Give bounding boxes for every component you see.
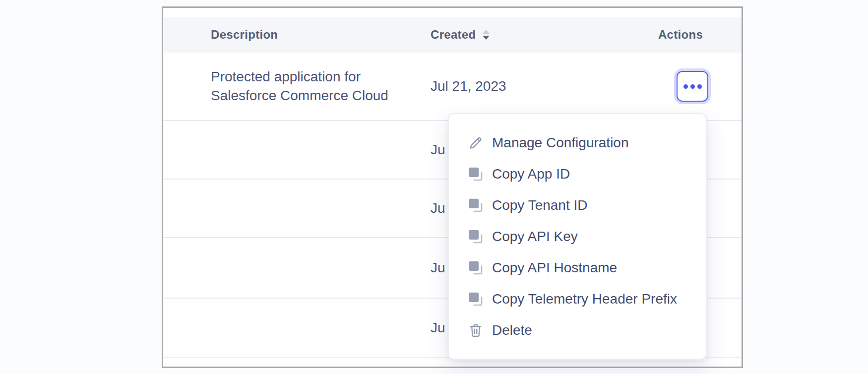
menu-item-label: Copy API Hostname: [492, 260, 617, 276]
column-header-created-label: Created: [431, 28, 476, 42]
menu-item-copy-api-key[interactable]: Copy API Key: [449, 221, 706, 252]
menu-item-label: Manage Configuration: [492, 135, 629, 151]
sort-asc-caret-icon: [483, 30, 490, 34]
sort-desc-caret-icon: [483, 36, 490, 40]
column-header-created[interactable]: Created: [431, 28, 620, 42]
menu-item-copy-telemetry-header-prefix[interactable]: Copy Telemetry Header Prefix: [449, 283, 706, 314]
copy-icon: [468, 166, 484, 182]
table-row: Protected application for Salesforce Com…: [163, 53, 742, 121]
row-description: Protected application for Salesforce Com…: [211, 67, 394, 105]
menu-item-manage-configuration[interactable]: Manage Configuration: [449, 127, 706, 158]
menu-item-label: Copy App ID: [492, 166, 570, 182]
column-header-actions: Actions: [620, 28, 742, 42]
menu-item-label: Copy API Key: [492, 229, 578, 245]
row-created-date: Jul 21, 2023: [431, 78, 620, 94]
actions-dropdown-menu: Manage Configuration Copy App ID Copy Te…: [448, 113, 707, 360]
copy-icon: [468, 291, 484, 307]
copy-icon: [468, 197, 484, 213]
menu-item-label: Copy Tenant ID: [492, 197, 588, 213]
table-header-row: Description Created Actions: [163, 17, 742, 53]
applications-table-card: Description Created Actions Protected ap…: [162, 6, 743, 368]
copy-icon: [468, 260, 484, 276]
menu-item-copy-app-id[interactable]: Copy App ID: [449, 158, 706, 189]
row-actions-button[interactable]: [677, 71, 708, 102]
menu-item-label: Delete: [492, 322, 532, 338]
trash-icon: [468, 322, 484, 338]
menu-item-copy-api-hostname[interactable]: Copy API Hostname: [449, 252, 706, 283]
column-header-description: Description: [163, 28, 431, 42]
sort-toggle-icon[interactable]: [483, 30, 490, 40]
menu-item-copy-tenant-id[interactable]: Copy Tenant ID: [449, 189, 706, 221]
pencil-icon: [468, 135, 484, 151]
copy-icon: [468, 229, 484, 245]
menu-item-delete[interactable]: Delete: [449, 314, 706, 346]
menu-item-label: Copy Telemetry Header Prefix: [492, 291, 677, 307]
ellipsis-icon: [683, 84, 702, 89]
